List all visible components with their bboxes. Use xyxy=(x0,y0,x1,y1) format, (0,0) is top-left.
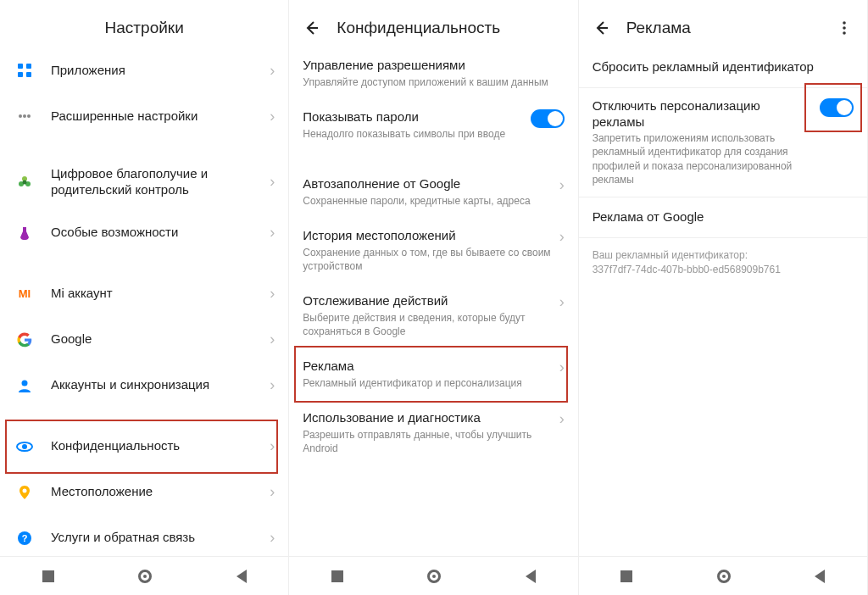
more-vert-icon[interactable] xyxy=(835,19,854,37)
chevron-right-icon: › xyxy=(270,376,275,394)
toggle-show-passwords[interactable] xyxy=(531,109,565,128)
chevron-right-icon: › xyxy=(270,483,275,501)
chevron-right-icon: › xyxy=(270,62,275,80)
row-privacy[interactable]: Конфиденциальность › xyxy=(0,424,288,470)
row-feedback[interactable]: ? Услуги и обратная связь › xyxy=(0,515,288,561)
dots-icon xyxy=(14,105,36,127)
page-title: Конфиденциальность xyxy=(337,19,500,37)
row-activity-tracking[interactable]: Отслеживание действийВыберите действия и… xyxy=(289,283,577,348)
sublabel: Запретить приложениям использовать рекла… xyxy=(593,131,813,186)
navbar xyxy=(579,556,867,595)
label: Отключить персонализацию рекламы xyxy=(593,98,813,131)
mi-icon: MI xyxy=(14,283,36,305)
label: Показывать пароли xyxy=(303,109,523,125)
row-mi-account[interactable]: MI Mi аккаунт › xyxy=(0,271,288,317)
label: История местоположений xyxy=(303,228,552,244)
pin-icon xyxy=(14,481,36,503)
eye-icon xyxy=(14,436,36,458)
row-ads[interactable]: РекламаРекламный идентификатор и персона… xyxy=(289,348,577,400)
row-wellbeing[interactable]: Цифровое благополучие и родительский кон… xyxy=(0,154,288,210)
label: Реклама от Google xyxy=(593,209,854,225)
row-google-ads[interactable]: Реклама от Google xyxy=(579,197,867,238)
settings-list: Приложения › Расширенные настройки › Циф… xyxy=(0,47,288,595)
row-disable-personalization[interactable]: Отключить персонализацию рекламы Запрети… xyxy=(579,88,867,197)
row-permissions[interactable]: Управление разрешениямиУправляйте доступ… xyxy=(289,47,577,99)
page-title: Реклама xyxy=(626,19,691,37)
row-location[interactable]: Местоположение › xyxy=(0,470,288,515)
row-google[interactable]: Google › xyxy=(0,317,288,363)
row-autofill[interactable]: Автозаполнение от GoogleСохраненные паро… xyxy=(289,166,577,218)
label: Приложения xyxy=(51,63,263,79)
google-icon xyxy=(14,329,36,351)
nav-home-icon[interactable] xyxy=(427,570,441,583)
svg-rect-0 xyxy=(18,64,23,69)
label: Местоположение xyxy=(51,484,263,500)
sublabel: Ненадолго показывать символы при вводе xyxy=(303,127,523,141)
row-show-passwords[interactable]: Показывать паролиНенадолго показывать си… xyxy=(289,99,577,151)
chevron-right-icon: › xyxy=(270,108,275,125)
chevron-right-icon: › xyxy=(270,173,275,191)
svg-rect-3 xyxy=(26,72,31,77)
label: Особые возможности xyxy=(51,225,263,241)
svg-point-13 xyxy=(22,444,27,449)
nav-back-icon[interactable] xyxy=(815,570,825,583)
header: Конфиденциальность xyxy=(289,0,577,47)
nav-home-icon[interactable] xyxy=(717,570,731,583)
svg-rect-1 xyxy=(26,64,31,69)
chevron-right-icon: › xyxy=(559,228,565,246)
svg-rect-2 xyxy=(18,72,23,77)
footer-label: Ваш рекламный идентификатор: xyxy=(593,248,854,263)
label: Mi аккаунт xyxy=(51,286,263,302)
row-usage-diagnostics[interactable]: Использование и диагностикаРазрешить отп… xyxy=(289,400,577,465)
page-title: Настройки xyxy=(105,19,184,37)
row-advanced[interactable]: Расширенные настройки › xyxy=(0,93,288,139)
svg-point-5 xyxy=(23,114,26,118)
back-arrow-icon[interactable] xyxy=(303,19,321,37)
ads-list: Сбросить рекламный идентификатор Отключи… xyxy=(579,47,867,595)
nav-back-icon[interactable] xyxy=(526,570,536,583)
label: Сбросить рекламный идентификатор xyxy=(593,59,854,75)
row-apps[interactable]: Приложения › xyxy=(0,47,288,93)
sublabel: Сохраненные пароли, кредитные карты, адр… xyxy=(303,194,552,208)
nav-recent-icon[interactable] xyxy=(620,570,632,582)
svg-point-11 xyxy=(22,380,28,386)
person-icon xyxy=(14,375,36,397)
chevron-right-icon: › xyxy=(270,437,275,455)
chevron-right-icon: › xyxy=(559,293,565,311)
svg-point-6 xyxy=(27,114,31,118)
privacy-list: Управление разрешениямиУправляйте доступ… xyxy=(289,47,577,595)
help-icon: ? xyxy=(14,527,36,549)
row-location-history[interactable]: История местоположенийСохранение данных … xyxy=(289,218,577,283)
svg-point-10 xyxy=(23,180,27,184)
sublabel: Сохранение данных о том, где вы бываете … xyxy=(303,246,552,273)
nav-recent-icon[interactable] xyxy=(42,570,54,582)
ads-pane: Реклама Сбросить рекламный идентификатор… xyxy=(579,0,868,595)
flower-icon xyxy=(14,171,36,193)
chevron-right-icon: › xyxy=(559,176,565,194)
label: Отслеживание действий xyxy=(303,293,552,309)
label: Цифровое благополучие и родительский кон… xyxy=(51,166,263,198)
chevron-right-icon: › xyxy=(270,529,275,547)
ad-id-footer: Ваш рекламный идентификатор: 337f7df7-74… xyxy=(579,238,867,287)
svg-point-14 xyxy=(23,488,27,492)
sublabel: Разрешить отправлять данные, чтобы улучш… xyxy=(303,428,552,455)
label: Конфиденциальность xyxy=(51,438,263,454)
label: Услуги и обратная связь xyxy=(51,530,263,546)
row-reset-ad-id[interactable]: Сбросить рекламный идентификатор xyxy=(579,47,867,88)
nav-recent-icon[interactable] xyxy=(331,570,343,582)
grid-icon xyxy=(14,59,36,81)
footer-value: 337f7df7-74dc-407b-bbb0-ed568909b761 xyxy=(593,263,854,277)
toggle-disable-personalization[interactable] xyxy=(820,98,854,117)
label: Автозаполнение от Google xyxy=(303,176,552,192)
chevron-right-icon: › xyxy=(559,410,565,428)
nav-back-icon[interactable] xyxy=(236,570,247,583)
chevron-right-icon: › xyxy=(270,285,275,303)
chevron-right-icon: › xyxy=(270,331,275,348)
row-accounts-sync[interactable]: Аккаунты и синхронизация › xyxy=(0,363,288,409)
navbar xyxy=(0,556,288,595)
svg-point-20 xyxy=(843,26,846,30)
back-arrow-icon[interactable] xyxy=(593,19,611,37)
header: Настройки xyxy=(0,0,288,47)
row-accessibility[interactable]: Особые возможности › xyxy=(0,210,288,256)
nav-home-icon[interactable] xyxy=(138,570,152,583)
